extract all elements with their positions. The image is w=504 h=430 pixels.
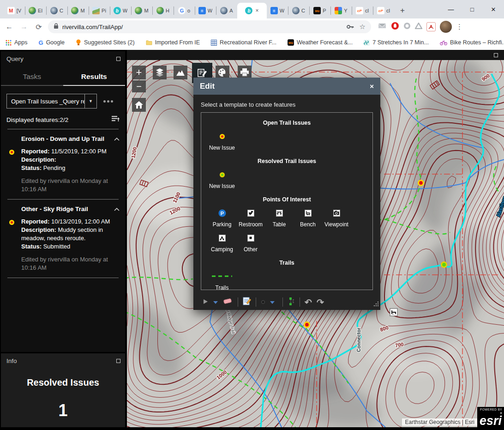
template-trails-trail-line[interactable]: Trails: [208, 266, 236, 290]
bookmark-recreational-river-f[interactable]: Recreational River F...: [211, 39, 276, 46]
menu-kebab-icon[interactable]: ⋮: [456, 23, 463, 31]
browser-tab[interactable]: Pi: [89, 3, 110, 18]
browser-tab[interactable]: H: [152, 3, 174, 18]
reload-button[interactable]: ⟳: [33, 23, 44, 31]
browser-tab[interactable]: bW: [110, 3, 131, 18]
password-key-icon[interactable]: [347, 23, 354, 31]
template-picker: Open Trail Issues New Issue Resolved Tra…: [201, 112, 373, 290]
zoom-in-button[interactable]: +: [132, 66, 146, 79]
bookmark-imported-from-ie[interactable]: Imported From IE: [146, 39, 200, 46]
query-tabs: Tasks Results: [1, 68, 125, 86]
info-maximize-icon[interactable]: [116, 359, 120, 363]
template-parking-parking[interactable]: PParking: [208, 203, 236, 228]
eraser-icon[interactable]: [223, 297, 233, 307]
grid-icon: [211, 40, 217, 46]
sort-icon[interactable]: [112, 115, 120, 124]
template-camping-camping[interactable]: Camping: [208, 228, 236, 253]
browser-tab[interactable]: El: [25, 3, 46, 18]
edit-icon: [197, 68, 207, 78]
trail-line-icon: [211, 271, 233, 281]
tab-label: El: [38, 8, 42, 13]
symbol-dropdown-icon[interactable]: [270, 298, 275, 306]
browser-tab-active[interactable]: b×: [237, 3, 267, 18]
resolved-issue-marker[interactable]: [442, 262, 447, 267]
browser-tab[interactable]: ≡W: [267, 3, 288, 18]
template-label: Parking: [213, 221, 232, 228]
template-new-issue-dot-red[interactable]: New Issue: [208, 126, 236, 151]
template-new-issue-dot-green[interactable]: New Issue: [208, 164, 236, 189]
tab-label: cl: [365, 8, 369, 13]
tab-tasks[interactable]: Tasks: [1, 68, 63, 86]
zoom-out-button[interactable]: −: [132, 80, 146, 92]
browser-tab[interactable]: A: [216, 3, 237, 18]
drive-extension-icon[interactable]: [415, 23, 422, 31]
bookmark-weather-forecast[interactable]: wuWeather Forecast &...: [288, 39, 353, 46]
tab-label: cl: [386, 8, 390, 13]
result-layer-select[interactable]: Open Trail Issues _Query resu ▼: [6, 94, 97, 109]
layers-button[interactable]: [153, 66, 167, 79]
browser-tab[interactable]: cPcl: [373, 3, 394, 18]
adblock-extension-icon[interactable]: [391, 22, 399, 32]
feature-title: Erosion - Down and Up Trail: [21, 135, 104, 143]
browser-tab[interactable]: cPcl: [352, 3, 373, 18]
forward-button[interactable]: →: [18, 23, 30, 31]
select-dropdown-icon[interactable]: [213, 298, 218, 306]
browser-tab[interactable]: Go: [174, 3, 195, 18]
resize-grip[interactable]: [373, 300, 379, 309]
point-symbol-icon[interactable]: [261, 298, 265, 306]
envelope-extension-icon[interactable]: [378, 22, 387, 31]
tab-close-icon[interactable]: ×: [255, 7, 258, 14]
undo-icon[interactable]: ↶: [305, 298, 312, 307]
new-tab-button[interactable]: +: [396, 4, 409, 17]
home-button[interactable]: [132, 98, 146, 112]
browser-tab[interactable]: ≡W: [195, 3, 216, 18]
extensions-row: ⋮: [378, 21, 463, 33]
redo-icon[interactable]: ↷: [317, 298, 324, 307]
bookmark-star-icon[interactable]: ☆: [360, 23, 366, 31]
open-issue-marker[interactable]: [305, 322, 310, 327]
browser-tab[interactable]: M: [67, 3, 89, 18]
elevation-profile-button[interactable]: [174, 66, 187, 79]
template-restroom-restroom[interactable]: Restroom: [236, 203, 265, 228]
template-other-other[interactable]: Other: [236, 228, 265, 253]
edit-attributes-icon[interactable]: [243, 297, 251, 307]
bookmark-7-stretches-in-7-min[interactable]: 7 Stretches In 7 Min...: [364, 39, 429, 46]
result-feature-1[interactable]: Erosion - Down and Up Trail Reported: 11…: [1, 129, 125, 199]
edited-by-text: Edited by rivervilla on Monday at 10:16 …: [21, 177, 120, 194]
close-icon[interactable]: ×: [370, 82, 374, 90]
browser-tab[interactable]: M[V: [4, 3, 25, 18]
bookmark-bike-routes-richfi[interactable]: Bike Routes – Richfi...: [440, 39, 504, 46]
template-table-table[interactable]: Table: [265, 203, 294, 228]
tab-results[interactable]: Results: [63, 68, 126, 86]
snapping-toggle-icon[interactable]: [288, 297, 295, 308]
browser-tab[interactable]: Y: [330, 3, 352, 18]
open-issue-marker[interactable]: [419, 181, 424, 186]
browser-tab[interactable]: C: [46, 3, 67, 18]
chevron-up-icon[interactable]: [114, 135, 120, 143]
browser-tab[interactable]: M: [131, 3, 152, 18]
profile-avatar[interactable]: [440, 21, 452, 33]
select-tool-icon[interactable]: [203, 298, 209, 306]
more-options-button[interactable]: [103, 100, 113, 103]
result-feature-2[interactable]: Other - Sky Ridge Trail Reported: 10/13/…: [1, 200, 125, 278]
browser-tab[interactable]: C: [288, 3, 309, 18]
map-area[interactable]: 1200120011009008007001000ConnectorHastin…: [126, 50, 504, 427]
bookmark-google[interactable]: GGoogle: [39, 39, 65, 46]
circle-extension-icon[interactable]: [403, 22, 411, 31]
template-viewpoint-viewpoint[interactable]: Viewpoint: [322, 203, 351, 228]
minimize-button[interactable]: —: [440, 0, 462, 18]
back-button[interactable]: ←: [4, 23, 15, 31]
address-bar[interactable]: rivervilla.com/TrailApp/ ☆: [48, 20, 371, 33]
close-button[interactable]: ✕: [483, 0, 504, 18]
bookmark-suggested-sites-2[interactable]: Suggested Sites (2): [76, 39, 135, 46]
map-maximize-icon[interactable]: [494, 53, 498, 57]
edited-by-text: Edited by rivervilla on Monday at 10:16 …: [21, 255, 120, 272]
query-maximize-icon[interactable]: [116, 57, 120, 61]
acrobat-extension-icon[interactable]: [426, 22, 436, 31]
maximize-button[interactable]: □: [462, 0, 483, 18]
browser-tab[interactable]: wuP: [309, 3, 330, 18]
bookmark-apps[interactable]: Apps: [6, 39, 28, 46]
chevron-up-icon[interactable]: [114, 205, 120, 213]
status-value: Submitted: [43, 243, 71, 250]
template-bench-bench[interactable]: Bench: [294, 203, 322, 228]
